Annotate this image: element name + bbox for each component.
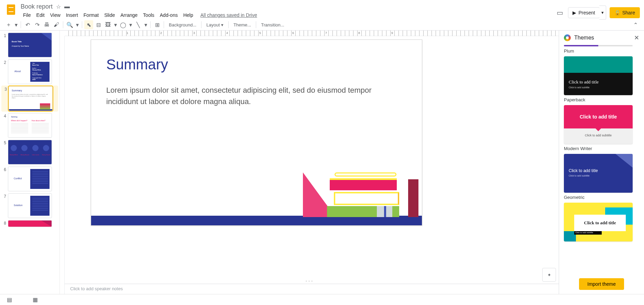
comment-button[interactable]: ⊞ — [153, 20, 162, 29]
theme-modern-writer[interactable]: Click to add title Click to add subtitle — [564, 105, 633, 144]
explore-button[interactable]: ✦ — [542, 268, 556, 282]
themes-title: Themes — [574, 35, 594, 41]
theme-pop[interactable]: Click to add title Click to add subtitle — [564, 203, 633, 241]
present-dropdown[interactable]: ▾ — [599, 5, 606, 20]
slide-body[interactable]: Lorem ipsum dolor sit amet, consectetur … — [106, 84, 401, 107]
thumbnail-7[interactable]: Solution — [8, 193, 52, 218]
thumbnail-8[interactable] — [8, 220, 52, 227]
grid-view-icon[interactable]: ▦ — [33, 296, 38, 303]
zoom-button[interactable]: 🔍 — [65, 20, 74, 29]
slides-logo[interactable] — [4, 3, 18, 16]
menu-slide[interactable]: Slide — [102, 11, 117, 19]
layout-label: Layout — [206, 22, 220, 27]
thumbnail-1[interactable]: Book Title A report by Your Name — [8, 33, 52, 57]
notes-drag-handle[interactable]: • • • — [306, 279, 313, 283]
menu-tools[interactable]: Tools — [141, 11, 157, 19]
select-tool[interactable]: ⬉ — [84, 20, 93, 29]
undo-button[interactable]: ↶ — [23, 20, 32, 29]
slide-title[interactable]: Summary — [106, 56, 168, 73]
thumbnail-2[interactable]: About Title Book Title Author Woody Whit… — [8, 59, 52, 84]
menu-help[interactable]: Help — [181, 11, 196, 19]
save-status[interactable]: All changes saved in Drive — [200, 11, 257, 19]
themes-list[interactable]: Plum Click to add title Click to add sub… — [559, 45, 644, 274]
new-slide-dropdown[interactable]: ▾ — [14, 20, 19, 29]
layout-button[interactable]: Layout ▾ — [204, 21, 226, 29]
line-dropdown[interactable]: ▾ — [143, 20, 148, 29]
theme-paperback-label: Paperback — [564, 97, 639, 102]
slide-canvas[interactable]: Summary Lorem ipsum dolor sit amet, cons… — [91, 39, 422, 226]
books-illustration — [327, 159, 413, 217]
speaker-notes[interactable]: Click to add speaker notes — [65, 284, 559, 294]
thumbnails-panel[interactable]: 1 Book Title A report by Your Name 2 Abo… — [0, 31, 60, 294]
theme-geometric-label: Geometric — [564, 195, 639, 200]
palette-icon — [564, 34, 571, 41]
present-icon: ▶ — [572, 10, 576, 15]
shape-tool[interactable]: ◯ — [119, 20, 128, 29]
image-tool[interactable]: 🖼 — [103, 20, 112, 29]
thumbnail-5[interactable]: Woody White Benny Beaver Lidia Lorem Sun… — [8, 140, 52, 165]
move-folder-icon[interactable]: ▬ — [64, 3, 70, 10]
menu-addons[interactable]: Add-ons — [157, 11, 180, 19]
share-label: Share — [622, 10, 635, 15]
present-button[interactable]: ▶ Present — [568, 7, 599, 18]
print-button[interactable]: 🖶 — [42, 20, 51, 29]
horizontal-ruler: 1 2 3 4 5 6 7 8 9 — [65, 31, 559, 36]
theme-plum-label: Plum — [564, 48, 639, 54]
menu-insert[interactable]: Insert — [64, 11, 80, 19]
close-icon[interactable]: ✕ — [634, 34, 639, 42]
share-button[interactable]: 🔒 Share — [610, 7, 640, 18]
menu-file[interactable]: File — [21, 11, 33, 19]
textbox-tool[interactable]: ⊟ — [94, 20, 103, 29]
theme-geometric[interactable]: Click to add title Click to add subtitle — [564, 154, 633, 193]
lock-icon: 🔒 — [614, 10, 620, 15]
theme-button[interactable]: Theme... — [231, 21, 254, 29]
thumbnail-4[interactable]: Setting Where did it happen? How about w… — [8, 113, 52, 138]
image-dropdown[interactable]: ▾ — [113, 20, 118, 29]
paint-format-button[interactable]: 🖌 — [52, 20, 61, 29]
filmstrip-view-icon[interactable]: ▤ — [7, 296, 12, 303]
menu-format[interactable]: Format — [81, 11, 101, 19]
collapse-toolbar-icon[interactable]: ⌃ — [631, 20, 640, 29]
zoom-dropdown[interactable]: ▾ — [75, 20, 80, 29]
theme-modern-writer-label: Modern Writer — [564, 146, 639, 151]
new-slide-button[interactable]: ＋ — [4, 20, 13, 29]
slide-footer-band — [91, 216, 422, 225]
doc-title[interactable]: Book report — [21, 3, 53, 10]
menu-arrange[interactable]: Arrange — [118, 11, 140, 19]
present-label: Present — [578, 10, 595, 15]
redo-button[interactable]: ↷ — [33, 20, 42, 29]
thumbnail-3[interactable]: Summary Lorem ipsum dolor sit amet, cons… — [9, 86, 53, 111]
menu-edit[interactable]: Edit — [34, 11, 47, 19]
star-icon[interactable]: ☆ — [56, 3, 61, 10]
thumbnail-6[interactable]: Conflict — [8, 167, 52, 191]
vertical-ruler — [60, 36, 65, 294]
menu-view[interactable]: View — [48, 11, 63, 19]
background-button[interactable]: Background... — [166, 21, 199, 29]
import-theme-button[interactable]: Import theme — [579, 278, 624, 290]
comments-icon[interactable]: ▭ — [555, 8, 565, 18]
theme-paperback[interactable]: Click to add title Click to add subtitle — [564, 56, 633, 95]
line-tool[interactable]: ╲ — [134, 20, 143, 29]
transition-button[interactable]: Transition... — [258, 21, 287, 29]
shape-dropdown[interactable]: ▾ — [128, 20, 133, 29]
